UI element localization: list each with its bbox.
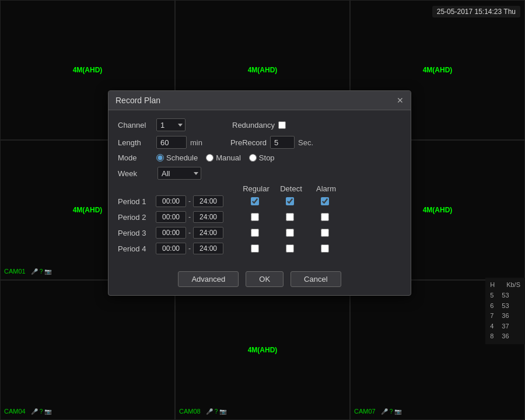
period-3-detect-cell <box>272 229 307 237</box>
period-1-regular-cell <box>237 197 272 205</box>
week-select[interactable]: AllMonTueWed ThuFriSatSun <box>158 167 201 180</box>
cam-name-8: CAM08 <box>179 408 201 415</box>
datetime-text: 25-05-2017 15:14:23 Thu <box>437 8 516 16</box>
period-2-regular-cell <box>237 213 272 221</box>
period-3-start[interactable] <box>156 227 186 239</box>
stats-row-5: 836 <box>490 331 520 342</box>
period-2-end[interactable] <box>193 211 223 223</box>
mode-stop-radio[interactable] <box>249 154 257 162</box>
cam-label-6: 4M(AHD) <box>423 206 453 214</box>
period-4-start[interactable] <box>156 243 186 254</box>
camera-cell-7: CAM04 🎤 ? 📷 <box>0 280 175 420</box>
period-3-regular[interactable] <box>251 229 259 237</box>
stats-row-1: 553 <box>490 290 520 301</box>
period-1-start[interactable] <box>156 195 186 207</box>
header-alarm: Alarm <box>309 184 344 193</box>
period-2-time: - <box>156 211 237 223</box>
redundancy-label: Redundancy <box>232 121 275 130</box>
ok-button[interactable]: OK <box>246 271 284 287</box>
mode-label: Mode <box>118 153 153 162</box>
dialog-title-bar: Record Plan ✕ <box>108 91 411 110</box>
dialog-footer: Advanced OK Cancel <box>108 265 411 295</box>
prerecord-label: PreRecord <box>230 138 267 147</box>
period-3-label: Period 3 <box>118 229 156 237</box>
channel-label: Channel <box>118 121 153 130</box>
stats-row-4: 437 <box>490 321 520 332</box>
camera-cell-8: 4M(AHD) CAM08 🎤 ? 📷 <box>175 280 350 420</box>
period-1-time: - <box>156 195 237 207</box>
datetime-badge: 25-05-2017 15:14:23 Thu <box>432 6 520 18</box>
period-row-1: Period 1 - <box>118 195 401 207</box>
stats-row-3: 736 <box>490 311 520 321</box>
cam-name-4: CAM01 <box>4 268 26 275</box>
period-1-detect-cell <box>272 197 307 205</box>
period-3-alarm-cell <box>307 229 342 237</box>
period-3-detect[interactable] <box>286 229 294 237</box>
length-input[interactable] <box>156 136 187 149</box>
period-3-regular-cell <box>237 229 272 237</box>
period-2-regular[interactable] <box>251 213 259 221</box>
header-detect: Detect <box>274 184 309 193</box>
cancel-button[interactable]: Cancel <box>290 271 341 287</box>
week-label: Week <box>118 169 153 178</box>
period-2-start[interactable] <box>156 211 186 223</box>
period-1-regular[interactable] <box>251 197 259 205</box>
period-4-detect[interactable] <box>286 244 294 253</box>
stats-col-kbs: Kb/S <box>506 280 520 290</box>
channel-select[interactable]: 1234 5678 <box>156 118 186 131</box>
stats-panel: H Kb/S 553 653 736 437 836 <box>485 278 525 344</box>
period-2-label: Period 2 <box>118 213 156 222</box>
period-3-end[interactable] <box>193 227 223 239</box>
mode-schedule[interactable]: Schedule <box>156 153 198 162</box>
periods-header: Regular Detect Alarm <box>118 184 401 193</box>
dialog-close-button[interactable]: ✕ <box>397 96 404 104</box>
advanced-button[interactable]: Advanced <box>178 271 239 287</box>
redundancy-checkbox[interactable] <box>278 121 286 129</box>
mode-manual-label: Manual <box>216 153 241 162</box>
period-2-alarm-cell <box>307 213 342 221</box>
prerecord-input[interactable] <box>270 136 295 149</box>
period-1-detect[interactable] <box>286 197 294 205</box>
period-4-alarm[interactable] <box>321 244 329 253</box>
period-4-time: - <box>156 243 237 254</box>
week-row: Week AllMonTueWed ThuFriSatSun <box>118 167 401 180</box>
period-4-regular[interactable] <box>251 244 259 253</box>
period-row-2: Period 2 - <box>118 211 401 223</box>
cam-icons-4: 🎤 ? 📷 <box>31 268 51 275</box>
period-1-label: Period 1 <box>118 197 156 206</box>
cam-label-4: 4M(AHD) <box>73 206 103 214</box>
mode-radio-group: Schedule Manual Stop <box>156 153 275 162</box>
mode-manual[interactable]: Manual <box>206 153 241 162</box>
period-2-alarm[interactable] <box>321 213 329 221</box>
mode-schedule-radio[interactable] <box>156 154 164 162</box>
mode-stop-label: Stop <box>259 153 275 162</box>
period-1-end[interactable] <box>193 195 223 207</box>
cam-label-3: 4M(AHD) <box>423 66 453 74</box>
cam-icons-7: 🎤 ? 📷 <box>31 408 51 415</box>
mode-manual-radio[interactable] <box>206 154 214 162</box>
period-4-end[interactable] <box>193 243 223 254</box>
period-row-4: Period 4 - <box>118 243 401 254</box>
mode-stop[interactable]: Stop <box>249 153 275 162</box>
dialog-title: Record Plan <box>116 96 160 105</box>
cam-label-8: 4M(AHD) <box>248 346 278 354</box>
cam-label-2: 4M(AHD) <box>248 66 278 74</box>
dialog-body: Channel 1234 5678 Redundancy Length min <box>108 110 411 265</box>
period-3-alarm[interactable] <box>321 229 329 237</box>
period-row-3: Period 3 - <box>118 227 401 239</box>
length-unit: min <box>190 138 202 147</box>
cam-icons-8: 🎤 ? 📷 <box>206 408 226 415</box>
cam-icons-9: 🎤 ? 📷 <box>381 408 401 415</box>
record-plan-dialog: Record Plan ✕ Channel 1234 5678 Redundan… <box>108 90 411 296</box>
stats-row-2: 653 <box>490 301 520 312</box>
cam-name-9: CAM07 <box>354 408 376 415</box>
period-1-alarm-cell <box>307 197 342 205</box>
period-2-detect-cell <box>272 213 307 221</box>
period-2-detect[interactable] <box>286 213 294 221</box>
period-4-label: Period 4 <box>118 244 156 253</box>
period-4-regular-cell <box>237 244 272 253</box>
stats-col-h: H <box>490 280 495 290</box>
period-3-time: - <box>156 227 237 239</box>
period-4-detect-cell <box>272 244 307 253</box>
period-1-alarm[interactable] <box>321 197 329 205</box>
